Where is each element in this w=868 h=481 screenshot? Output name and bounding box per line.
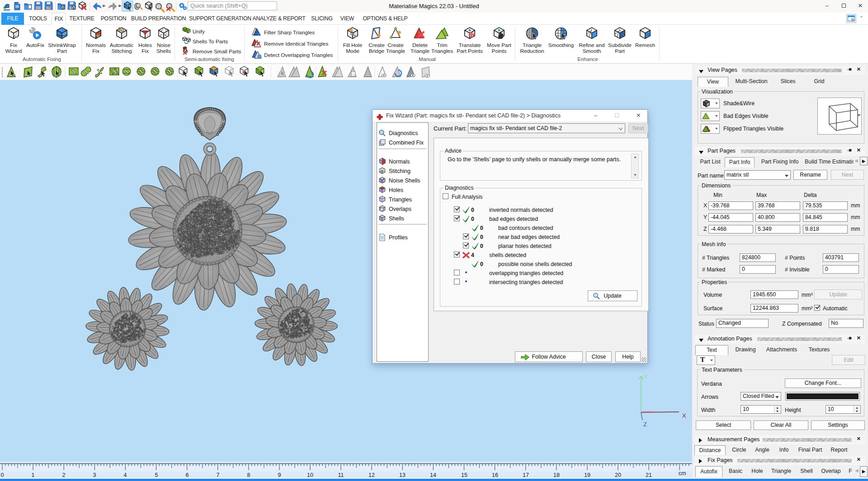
svg-text:cm: cm	[679, 470, 686, 476]
svg-text:X: X	[682, 412, 686, 419]
svg-text:Z: Z	[643, 421, 647, 428]
svg-text:Y: Y	[644, 373, 648, 380]
